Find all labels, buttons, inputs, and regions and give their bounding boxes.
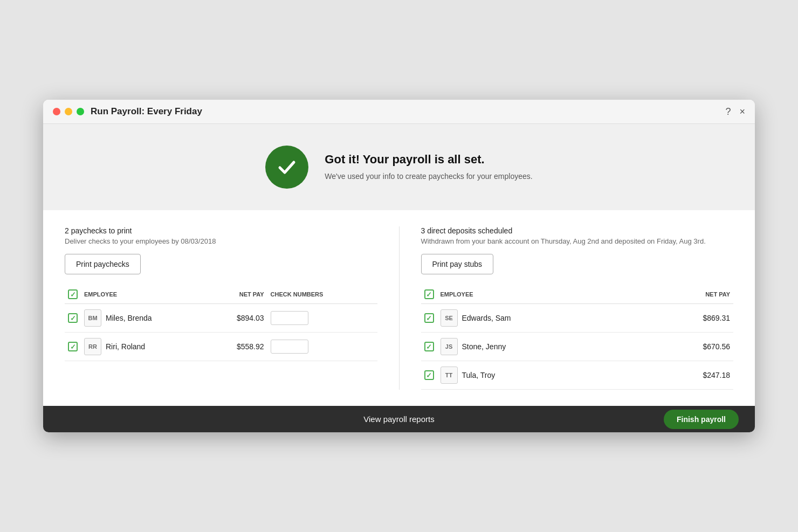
table-row: RR Riri, Roland $558.92	[65, 333, 377, 361]
paychecks-header-net-pay: NET PAY	[219, 285, 267, 304]
minimize-traffic-light[interactable]	[65, 108, 72, 115]
view-payroll-reports-link[interactable]: View payroll reports	[363, 414, 434, 424]
net-pay-cell: $558.92	[219, 333, 267, 361]
employee-checkbox[interactable]	[68, 342, 78, 351]
direct-deposit-count: 3 direct deposits scheduled	[421, 226, 734, 235]
success-text: Got it! Your payroll is all set. We've u…	[325, 153, 532, 182]
footer: View payroll reports Finish payroll	[43, 406, 755, 432]
employee-avatar: RR	[84, 338, 101, 355]
row-checkbox-cell	[421, 361, 437, 390]
row-checkbox-cell	[65, 333, 81, 361]
row-checkbox-cell	[421, 304, 437, 333]
employee-cell: BM Miles, Brenda	[81, 304, 219, 333]
employee-cell: TT Tula, Troy	[437, 361, 685, 390]
paychecks-detail: Deliver checks to your employees by 08/0…	[65, 237, 377, 245]
paychecks-header-employee: EMPLOYEE	[81, 285, 219, 304]
close-traffic-light[interactable]	[53, 108, 60, 115]
success-heading: Got it! Your payroll is all set.	[325, 153, 532, 167]
employee-checkbox[interactable]	[424, 370, 434, 380]
employee-name: Tula, Troy	[462, 371, 496, 379]
employee-checkbox[interactable]	[68, 313, 78, 323]
print-paychecks-button[interactable]: Print paychecks	[65, 254, 141, 274]
table-row: JS Stone, Jenny $670.56	[421, 333, 734, 361]
employee-checkbox[interactable]	[424, 342, 434, 351]
check-number-cell	[267, 333, 377, 361]
success-icon	[265, 146, 308, 189]
table-row: BM Miles, Brenda $894.03	[65, 304, 377, 333]
fullscreen-traffic-light[interactable]	[77, 108, 84, 115]
employee-checkbox[interactable]	[424, 313, 434, 323]
traffic-lights	[53, 108, 84, 115]
employee-name: Stone, Jenny	[462, 342, 506, 351]
window-title: Run Payroll: Every Friday	[91, 106, 202, 117]
employee-cell: JS Stone, Jenny	[437, 333, 685, 361]
help-button[interactable]: ?	[725, 107, 731, 116]
net-pay-cell: $869.31	[685, 304, 733, 333]
employee-avatar: JS	[441, 338, 458, 355]
employee-cell: RR Riri, Roland	[81, 333, 219, 361]
employee-avatar: BM	[84, 309, 101, 327]
print-pay-stubs-button[interactable]: Print pay stubs	[421, 254, 494, 274]
table-row: TT Tula, Troy $247.18	[421, 361, 734, 390]
main-window: Run Payroll: Every Friday ? × Got it! Yo…	[43, 100, 755, 432]
main-content: 2 paychecks to print Deliver checks to y…	[43, 210, 755, 406]
row-checkbox-cell	[65, 304, 81, 333]
check-number-input[interactable]	[271, 340, 308, 354]
paychecks-header-check-numbers: CHECK NUMBERS	[267, 285, 377, 304]
employee-name: Miles, Brenda	[106, 314, 152, 322]
employee-name: Riri, Roland	[106, 342, 145, 351]
employee-name: Edwards, Sam	[462, 314, 511, 322]
success-banner: Got it! Your payroll is all set. We've u…	[43, 124, 755, 210]
net-pay-cell: $894.03	[219, 304, 267, 333]
direct-deposit-section: 3 direct deposits scheduled Withdrawn fr…	[421, 226, 734, 390]
direct-deposit-header-check	[421, 285, 437, 304]
direct-deposit-table: EMPLOYEE NET PAY SE Edwards, Sam $869.31…	[421, 285, 734, 390]
check-number-input[interactable]	[271, 311, 308, 325]
paychecks-section: 2 paychecks to print Deliver checks to y…	[65, 226, 377, 390]
paychecks-header-check	[65, 285, 81, 304]
direct-deposit-header-net-pay: NET PAY	[685, 285, 733, 304]
title-bar: Run Payroll: Every Friday ? ×	[43, 100, 755, 124]
direct-deposit-detail: Withdrawn from your bank account on Thur…	[421, 237, 734, 245]
finish-payroll-button[interactable]: Finish payroll	[664, 410, 739, 429]
net-pay-cell: $247.18	[685, 361, 733, 390]
title-bar-left: Run Payroll: Every Friday	[53, 106, 202, 117]
net-pay-cell: $670.56	[685, 333, 733, 361]
table-row: SE Edwards, Sam $869.31	[421, 304, 734, 333]
title-bar-actions: ? ×	[725, 107, 745, 116]
checkmark-icon	[276, 156, 298, 178]
paychecks-info: 2 paychecks to print Deliver checks to y…	[65, 226, 377, 245]
select-all-direct-deposit-checkbox[interactable]	[424, 289, 434, 299]
paychecks-count: 2 paychecks to print	[65, 226, 377, 235]
direct-deposit-info: 3 direct deposits scheduled Withdrawn fr…	[421, 226, 734, 245]
success-description: We've used your info to create paychecks…	[325, 171, 532, 182]
direct-deposit-header-employee: EMPLOYEE	[437, 285, 685, 304]
section-divider	[399, 226, 400, 390]
close-button[interactable]: ×	[739, 107, 745, 116]
check-number-cell	[267, 304, 377, 333]
employee-avatar: SE	[441, 309, 458, 327]
select-all-paychecks-checkbox[interactable]	[68, 289, 78, 299]
employee-avatar: TT	[441, 367, 458, 384]
employee-cell: SE Edwards, Sam	[437, 304, 685, 333]
row-checkbox-cell	[421, 333, 437, 361]
paychecks-table: EMPLOYEE NET PAY CHECK NUMBERS BM Miles,…	[65, 285, 377, 361]
